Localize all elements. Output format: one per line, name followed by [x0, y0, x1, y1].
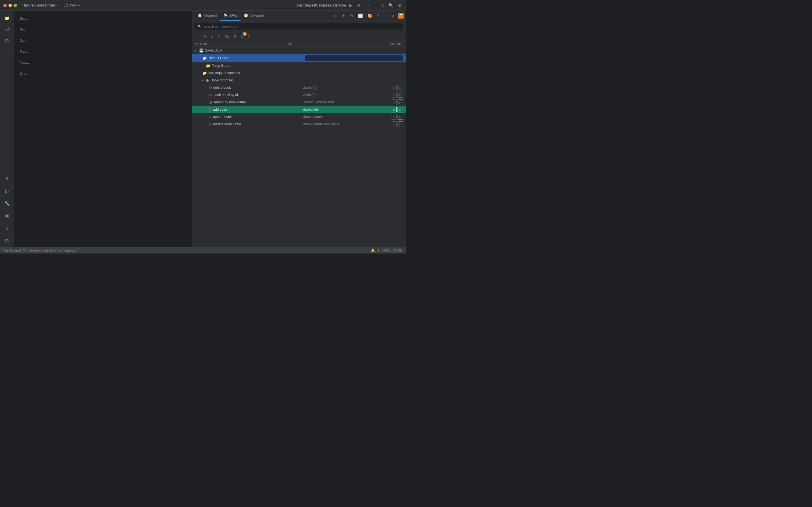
traffic-lights: [3, 4, 17, 7]
tree-search-book[interactable]: ▾ G search by book name /book/queryByNam…: [192, 99, 406, 106]
maximize-window-button[interactable]: [13, 4, 17, 7]
branch-selector[interactable]: ⎇ main ▾: [64, 3, 80, 7]
branch-dropdown-icon: ▾: [78, 3, 80, 7]
delete-book-run-btn[interactable]: ▷: [398, 85, 403, 91]
search-input[interactable]: [203, 24, 396, 29]
toolbar-bookmark-button[interactable]: ⊟: [232, 34, 238, 40]
toolbar-refresh-button[interactable]: ↻: [202, 34, 208, 40]
search-options-icon[interactable]: ⋮: [397, 24, 401, 29]
run-config-icon[interactable]: ⚙: [356, 3, 362, 8]
search-bar: 🔍 ⋮: [192, 21, 406, 33]
saved-apis-chevron: ▾: [195, 49, 198, 52]
status-bell-icon[interactable]: 🔔: [371, 248, 375, 252]
panel-help-button[interactable]: ?: [375, 12, 380, 19]
status-info-icon[interactable]: ℹ: [378, 248, 379, 252]
sidebar-item-more[interactable]: ···: [2, 47, 12, 57]
request-tab-icon: 📋: [198, 13, 202, 17]
tree-book-detail[interactable]: ▾ G book detail by id /book/{id} ◇ ▷: [192, 91, 406, 99]
ide-settings-icon[interactable]: ⚙: [397, 3, 403, 8]
panel-add-button[interactable]: ⊕: [333, 12, 339, 19]
tab-apis-label: APIs: [229, 13, 237, 17]
project-name: fast-request-samples: [24, 3, 56, 7]
default-group-icon: 📁: [202, 56, 207, 60]
tree-book-controller[interactable]: ▾ ⚙ BookController: [192, 76, 406, 84]
panel-export-button[interactable]: ⬜: [356, 12, 364, 19]
tree-default-group[interactable]: ▾ 📁 Default Group: [192, 54, 406, 62]
delete-book-pin-btn[interactable]: ◇: [391, 85, 397, 91]
status-message: FastRequest: API refresh successfully (m…: [3, 249, 371, 252]
update-book-run-btn[interactable]: ▷: [398, 114, 403, 120]
sidebar-item-structure[interactable]: ⊞: [2, 36, 12, 46]
book-detail-method-icon: G: [209, 93, 212, 97]
update-book-name-label: update book name: [213, 122, 301, 126]
delete-book-label: delete book: [213, 86, 301, 90]
book-detail-pin-btn[interactable]: ◇: [391, 92, 397, 98]
delete-book-method-icon: D: [209, 86, 212, 90]
editor-drop-label: Dro...: [20, 71, 186, 75]
update-book-pin-btn[interactable]: ◇: [391, 114, 397, 120]
sidebar-item-git[interactable]: ⎇: [2, 24, 12, 34]
sidebar-wrench-icon[interactable]: 🔧: [2, 198, 12, 209]
update-book-label: update book: [213, 115, 301, 119]
global-search-icon[interactable]: 🔍: [388, 3, 395, 8]
toolbar-markdown-button[interactable]: M↓: [223, 34, 231, 40]
panel-settings-button[interactable]: ⚙: [348, 12, 355, 19]
tab-navigate[interactable]: 🧭 Navigate: [241, 11, 267, 21]
book-detail-actions: ◇ ▷: [391, 92, 403, 98]
search-book-pin-btn[interactable]: ◇: [391, 100, 397, 105]
add-book-url: /book/add: [303, 108, 391, 112]
run-button[interactable]: ▶: [348, 3, 354, 8]
project-selector[interactable]: f fast-request-samples ▾: [21, 3, 58, 8]
tree-add-book[interactable]: ▾ P add book /book/add ◇ ▷: [192, 106, 406, 113]
tree-fast-request-samples[interactable]: ▾ 📁 fast-request-samples: [192, 69, 406, 76]
toolbar-close-button[interactable]: ✕: [216, 34, 222, 40]
sidebar-upload-icon[interactable]: ⬆: [2, 173, 12, 184]
editor-go-label: Go ...: [20, 38, 186, 43]
update-book-actions: ◇ ▷: [391, 114, 403, 120]
tree-delete-book[interactable]: ▾ D delete book /book/{id} ◇ ▷: [192, 84, 406, 91]
sidebar-terminal-icon[interactable]: ▣: [2, 211, 12, 221]
sidebar-info-icon[interactable]: ℹ: [2, 223, 12, 233]
add-book-pin-btn[interactable]: ◇: [391, 107, 397, 112]
api-tree: ▾ 💾 Saved Apis ▾ 📁 Default Group ▾ 📁 Tem…: [192, 47, 406, 247]
more-options-icon[interactable]: ⋯: [364, 3, 370, 8]
translate-icon[interactable]: A: [380, 3, 385, 8]
delete-book-actions: ◇ ▷: [391, 85, 403, 91]
editor-area: Sea... Pro... Go ... Rec... Nav... Dro..…: [14, 11, 192, 247]
book-detail-run-btn[interactable]: ▷: [398, 92, 403, 98]
search-book-label: search by book name: [213, 100, 301, 104]
search-input-wrap: 🔍 ⋮: [195, 23, 403, 30]
update-book-name-run-btn[interactable]: ▷: [398, 121, 403, 127]
add-book-method-icon: P: [209, 108, 212, 112]
sidebar-bookmark-icon[interactable]: ⊞: [2, 235, 12, 245]
frs-chevron: ▾: [198, 71, 202, 75]
sidebar-item-folder[interactable]: 📁: [2, 13, 12, 23]
saved-apis-label: Saved Apis: [205, 48, 403, 52]
panel-fast-request-icon[interactable]: F: [398, 13, 404, 18]
toolbar-up-button[interactable]: ∧: [209, 34, 215, 40]
tree-saved-apis[interactable]: ▾ 💾 Saved Apis: [192, 47, 406, 54]
project-icon: f: [21, 3, 22, 8]
panel-overflow-button[interactable]: ⋯: [382, 12, 389, 19]
search-book-run-btn[interactable]: ▷: [398, 100, 403, 105]
frs-label: fast-request-samples: [208, 71, 403, 75]
update-book-name-pin-btn[interactable]: ◇: [391, 121, 397, 127]
panel-theme-button[interactable]: 🎨: [366, 12, 374, 19]
tree-update-book[interactable]: ▾ P update book /book/update ◇ ▷: [192, 113, 406, 121]
api-toolbar: — ↻ ∧ ✕ M↓ ⊟ ⊙ 1 ?: [192, 33, 406, 41]
tree-temp-group[interactable]: ▾ 📁 Temp Group: [192, 62, 406, 69]
panel-star-button[interactable]: ✦: [340, 12, 347, 19]
left-sidebar: 📁 ⎇ ⊞ ··· ⬆ ▷ 🔧 ▣ ℹ ⊞: [0, 11, 14, 247]
tree-update-book-name[interactable]: ▾ P update book name /book/updateBookNam…: [192, 121, 406, 128]
editor-navigate-label: Nav...: [20, 60, 186, 64]
tab-request[interactable]: 📋 Request: [194, 11, 220, 21]
sidebar-play-icon[interactable]: ▷: [2, 186, 12, 196]
toolbar-minus-button[interactable]: —: [195, 34, 201, 40]
toolbar-help-button[interactable]: ?: [246, 34, 251, 40]
minimize-window-button[interactable]: [8, 4, 12, 7]
close-window-button[interactable]: [3, 4, 7, 7]
group-name-input[interactable]: [305, 55, 403, 61]
tab-apis[interactable]: 📡 APIs: [220, 11, 240, 21]
add-book-run-btn[interactable]: ▷: [398, 107, 403, 112]
panel-close-button[interactable]: ✕: [390, 12, 397, 19]
